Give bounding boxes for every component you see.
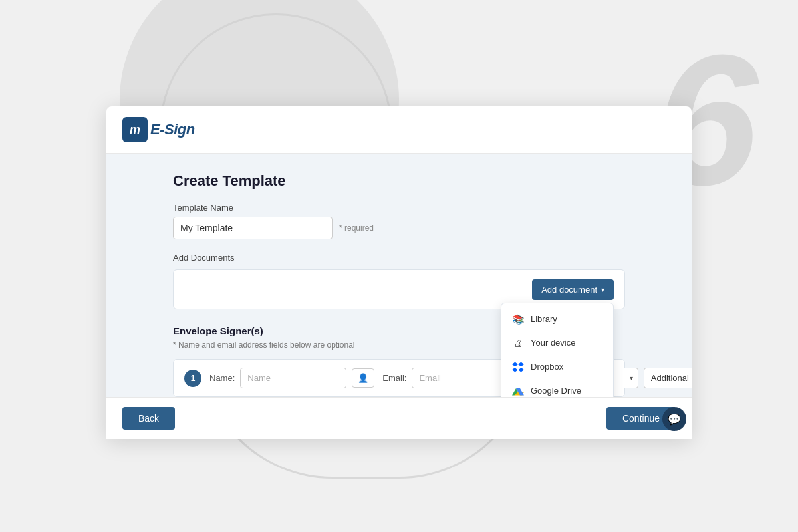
page-title: Create Template: [173, 172, 625, 190]
google-drive-label: Google Drive: [531, 386, 581, 396]
caret-icon: ▾: [601, 286, 604, 293]
additional-options-select[interactable]: Additional options: [644, 368, 692, 388]
dropbox-label: Dropbox: [531, 362, 563, 372]
email-field-group: Email:: [382, 368, 518, 388]
dropbox-icon: [512, 361, 524, 373]
email-label: Email:: [382, 373, 406, 383]
contact-icon-button[interactable]: 👤: [352, 368, 374, 388]
add-document-dropdown: 📚 Library 🖨 Your device Dropbox: [501, 303, 614, 398]
template-name-row: * required: [173, 217, 625, 239]
chat-bubble-button[interactable]: 💬: [662, 407, 686, 431]
dropdown-item-library[interactable]: 📚 Library: [501, 307, 613, 331]
add-document-container: Add document ▾ 📚 Library 🖨 Your device: [532, 279, 614, 300]
dropdown-item-dropbox[interactable]: Dropbox: [501, 355, 613, 379]
your-device-label: Your device: [531, 338, 575, 348]
dropdown-item-your-device[interactable]: 🖨 Your device: [501, 331, 613, 355]
library-label: Library: [531, 314, 557, 324]
additional-options-wrapper: Additional options ▾: [644, 368, 692, 388]
add-document-label: Add document: [541, 285, 597, 295]
name-field-group: Name: 👤: [209, 368, 374, 388]
gdrive-icon: [512, 385, 524, 397]
contact-icon: 👤: [358, 373, 368, 383]
logo-text: E-Sign: [150, 121, 195, 138]
signer-name-input[interactable]: [240, 368, 346, 388]
modal-body: Create Template Template Name * required…: [106, 154, 692, 397]
template-name-input[interactable]: [173, 217, 332, 239]
library-icon: 📚: [512, 313, 524, 325]
name-label: Name:: [209, 373, 235, 383]
modal: m E-Sign Create Template Template Name *…: [106, 106, 692, 439]
dropdown-item-google-drive[interactable]: Google Drive: [501, 379, 613, 398]
add-documents-area: Add document ▾ 📚 Library 🖨 Your device: [173, 269, 625, 309]
add-document-button[interactable]: Add document ▾: [532, 279, 614, 300]
template-name-label: Template Name: [173, 203, 625, 213]
logo-letter: m: [130, 123, 140, 137]
required-label: * required: [339, 223, 374, 233]
chat-icon: 💬: [668, 413, 681, 426]
modal-footer: Back Continue: [106, 397, 692, 439]
logo: m E-Sign: [122, 117, 195, 142]
back-button[interactable]: Back: [122, 407, 175, 430]
signer-number: 1: [184, 370, 201, 387]
modal-header: m E-Sign: [106, 106, 692, 154]
add-documents-label: Add Documents: [173, 253, 625, 263]
logo-icon: m: [122, 117, 148, 142]
device-icon: 🖨: [512, 337, 524, 349]
